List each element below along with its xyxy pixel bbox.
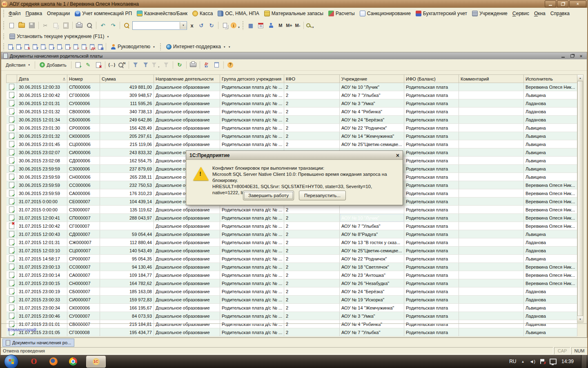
cell-date[interactable]: 30.06.2015 23:02:08 bbox=[17, 157, 67, 165]
table-row[interactable]: ✔ 30.06.2015 12:00:42 СГ000006 309 948,5… bbox=[7, 91, 577, 99]
cell-sum[interactable]: 265 238,11 bbox=[100, 173, 154, 181]
cell-status[interactable]: ✔ bbox=[7, 304, 17, 312]
cell-executor[interactable]: Львицина bbox=[524, 140, 577, 148]
service-settings-button[interactable]: ▼ bbox=[305, 20, 315, 30]
cell-kfo[interactable]: 2 bbox=[284, 230, 340, 238]
table-row[interactable]: ✖ 31.07.2015 12:00:42 СГ000007 Дошкольно… bbox=[7, 222, 577, 230]
cell-group[interactable]: Родительская плата д/с № ... bbox=[220, 287, 284, 296]
info-button[interactable]: i▼ bbox=[230, 20, 241, 30]
column-header-date[interactable]: Дата▲ bbox=[17, 75, 67, 83]
cell-sum[interactable]: 112 880,44 bbox=[100, 238, 154, 247]
dialog-close-icon[interactable]: × bbox=[396, 153, 399, 158]
column-header-comment[interactable]: Комментарий bbox=[459, 75, 524, 83]
cell-direction[interactable]: Дошкольное образование bbox=[154, 271, 220, 279]
cell-group[interactable]: Родительская плата д/с № ... bbox=[220, 124, 284, 132]
cell-ifo[interactable]: Родительская плата bbox=[404, 263, 459, 271]
table-row[interactable]: ✔ 31.07.2015 23:00:19 СБ000007 185 163,0… bbox=[7, 287, 577, 296]
cell-number[interactable]: СП000007 bbox=[67, 214, 100, 222]
set-current-institution-button[interactable]: Установить текущее учреждение (F11) ▼ bbox=[7, 32, 112, 40]
table-row[interactable]: ✔ 31.07.2015 23:00:13 СС000007 94 130,46… bbox=[7, 263, 577, 271]
table-row[interactable]: ✔ 30.06.2015 23:01:32 СК000005 205 297,6… bbox=[7, 132, 577, 140]
menu-item[interactable]: Сервис bbox=[510, 9, 532, 18]
list-print-button[interactable] bbox=[188, 60, 198, 70]
cell-number[interactable]: СС000007 bbox=[67, 263, 100, 271]
document-window-titlebar[interactable]: Документы начисления родительской платы … bbox=[1, 52, 587, 59]
cell-kfo[interactable]: 2 bbox=[284, 214, 340, 222]
redo-button[interactable]: ↷ bbox=[108, 20, 118, 30]
cell-comment[interactable] bbox=[459, 91, 524, 99]
child-minimize-button[interactable] bbox=[560, 54, 566, 58]
cell-institution[interactable]: АОУ № 10 "Лучик" bbox=[340, 214, 404, 222]
cell-direction[interactable]: Дошкольное образование bbox=[154, 206, 220, 214]
save-button[interactable] bbox=[27, 20, 37, 30]
cell-number[interactable]: СЖ000007 bbox=[67, 238, 100, 247]
cell-institution[interactable]: АОУ № 14 "Жемчужинка" bbox=[340, 132, 404, 140]
cell-date[interactable]: 31.07.2015 0:00:00 bbox=[17, 197, 67, 206]
cell-sum[interactable]: 104 439,14 bbox=[100, 197, 154, 206]
cell-sum[interactable]: 135 119,62 bbox=[100, 206, 154, 214]
cell-number[interactable]: СС000006 bbox=[67, 181, 100, 189]
cell-ifo[interactable]: Родительская плата bbox=[404, 304, 459, 312]
cell-date[interactable]: 31.07.2015 14:58:17 bbox=[17, 255, 67, 263]
cell-executor[interactable]: Веревкина Олеся Ник... bbox=[524, 181, 577, 189]
report-doc-t-button[interactable]: Т bbox=[47, 43, 55, 51]
cell-executor[interactable]: Львицина bbox=[524, 148, 577, 157]
cell-date[interactable]: 31.07.2015 12:00:43 bbox=[17, 230, 67, 238]
child-restore-button[interactable] bbox=[569, 54, 575, 58]
cell-executor[interactable]: Ладанова bbox=[524, 287, 577, 296]
toolbar-grip[interactable] bbox=[160, 43, 162, 50]
delete-row-button[interactable]: ✖ bbox=[94, 60, 103, 70]
cell-executor[interactable]: Львицина bbox=[524, 304, 577, 312]
column-header-sum[interactable]: Сумма bbox=[100, 75, 154, 83]
toolbar-grip[interactable] bbox=[3, 21, 5, 30]
cell-sum[interactable]: 159 972,83 bbox=[100, 296, 154, 304]
menu-item[interactable]: Правка bbox=[23, 9, 45, 18]
cell-number[interactable]: СА000006 bbox=[67, 189, 100, 197]
cut-button[interactable]: ✂ bbox=[40, 20, 50, 30]
table-row[interactable]: ✔ 30.06.2015 12:01:31 СУ000006 111 595,2… bbox=[7, 99, 577, 108]
cell-comment[interactable] bbox=[459, 132, 524, 140]
cell-status[interactable]: ✔ bbox=[7, 132, 17, 140]
cell-date[interactable]: 31.07.2015 12:03:10 bbox=[17, 247, 67, 255]
manager-menu-button[interactable]: Руководителю ▼ bbox=[108, 43, 158, 51]
table-row[interactable]: ✔ 30.06.2015 12:01:34 СБ000006 249 642,8… bbox=[7, 116, 577, 124]
cell-comment[interactable] bbox=[459, 312, 524, 320]
cell-ifo[interactable]: Родительская плата bbox=[404, 206, 459, 214]
paste-button[interactable] bbox=[61, 20, 71, 30]
column-header-kfo[interactable]: КФО bbox=[284, 75, 340, 83]
report-chess-button[interactable]: ▦ bbox=[96, 43, 104, 51]
menu-item[interactable]: Операции bbox=[45, 9, 72, 18]
cell-institution[interactable]: АОУ № 8"Радуга" bbox=[340, 230, 404, 238]
cell-ifo[interactable]: Родительская плата bbox=[404, 238, 459, 247]
cell-comment[interactable] bbox=[459, 124, 524, 132]
cell-number[interactable]: СР000006 bbox=[67, 124, 100, 132]
cell-comment[interactable] bbox=[459, 206, 524, 214]
table-row[interactable]: ✔ 30.06.2015 12:00:33 СП000006 419 881,0… bbox=[7, 83, 577, 91]
cell-number[interactable]: СК000006 bbox=[67, 304, 100, 312]
cell-executor[interactable]: Ладанова bbox=[524, 116, 577, 124]
cell-date[interactable]: 30.06.2015 12:01:31 bbox=[17, 99, 67, 108]
cell-group[interactable]: Родительская плата д/с № ... bbox=[220, 271, 284, 279]
cell-status[interactable]: ✔ bbox=[7, 140, 17, 148]
cell-comment[interactable] bbox=[459, 263, 524, 271]
cell-comment[interactable] bbox=[459, 165, 524, 173]
cell-kfo[interactable]: 2 bbox=[284, 304, 340, 312]
report-doc-arrows-list-button[interactable]: ≡ bbox=[72, 43, 80, 51]
cell-group[interactable]: Родительская плата д/с № ... bbox=[220, 140, 284, 148]
add-copy-button[interactable]: + bbox=[73, 60, 83, 70]
cell-ifo[interactable]: Родительская плата bbox=[404, 91, 459, 99]
cell-group[interactable]: Родительская плата д/с № ... bbox=[220, 230, 284, 238]
table-row[interactable]: ✔ 31.07.2015 0:00:00 СЗ000007 135 119,62… bbox=[7, 206, 577, 214]
cell-comment[interactable] bbox=[459, 157, 524, 165]
close-button[interactable]: × bbox=[569, 0, 586, 7]
cell-status[interactable]: ✔ bbox=[7, 263, 17, 271]
menu-item[interactable]: Казначейство/Банк bbox=[134, 9, 190, 18]
cell-sum[interactable]: 340 738,13 bbox=[100, 108, 154, 116]
cell-direction[interactable]: Дошкольное образование bbox=[154, 108, 220, 116]
cell-group[interactable]: Родительская плата д/с № ... bbox=[220, 116, 284, 124]
find-previous-button[interactable]: ↺ bbox=[196, 20, 206, 30]
cell-executor[interactable]: Львицина bbox=[524, 124, 577, 132]
cell-direction[interactable]: Дошкольное образование bbox=[154, 214, 220, 222]
cell-executor[interactable]: Веревкина Олеся Ник... bbox=[524, 206, 577, 214]
cell-number[interactable]: СН000007 bbox=[67, 279, 100, 287]
